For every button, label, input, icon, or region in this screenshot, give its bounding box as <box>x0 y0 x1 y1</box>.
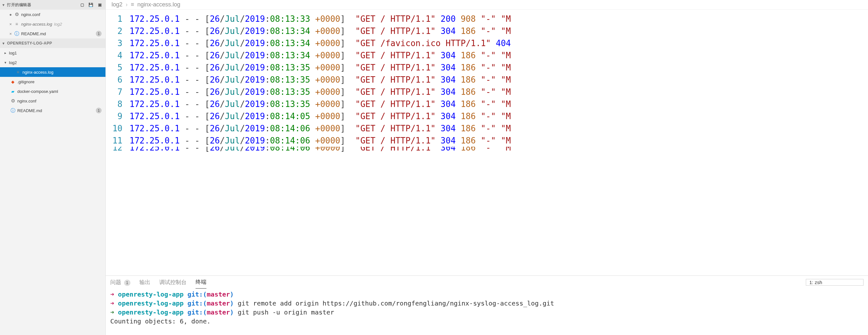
file-item[interactable]: nginx.conf <box>0 96 105 106</box>
log-line[interactable]: 5172.25.0.1 - - [26/Jul/2019:08:13:35 +0… <box>106 62 868 74</box>
problems-count-badge: 1 <box>124 279 130 286</box>
terminal-line: ➜ openresty-log-app git:(master) git rem… <box>110 299 864 308</box>
file-item[interactable]: nginx-access.log <box>0 67 105 77</box>
line-number: 7 <box>106 86 129 98</box>
tab-debug-console[interactable]: 调试控制台 <box>159 276 187 289</box>
line-number: 1 <box>106 13 129 25</box>
line-number: 4 <box>106 49 129 62</box>
log-line[interactable]: 4172.25.0.1 - - [26/Jul/2019:08:13:34 +0… <box>106 49 868 62</box>
chevron-right-icon: › <box>126 1 128 8</box>
line-number: 12 <box>106 147 129 153</box>
open-editor-item[interactable]: ×nginx-access.loglog2 <box>0 19 105 29</box>
log-content: 172.25.0.1 - - [26/Jul/2019:08:13:35 +00… <box>129 86 868 98</box>
save-all-icon[interactable]: 💾 <box>87 2 95 8</box>
chevron-down-icon: ▾ <box>4 61 9 65</box>
git-icon <box>10 79 16 84</box>
log-line[interactable]: 6172.25.0.1 - - [26/Jul/2019:08:13:35 +0… <box>106 74 868 86</box>
terminal-line: ➜ openresty-log-app git:(master) git pus… <box>110 308 864 317</box>
log-content: 172.25.0.1 - - [26/Jul/2019:08:14:06 +00… <box>129 147 868 153</box>
line-number: 8 <box>106 98 129 110</box>
line-number: 10 <box>106 122 129 135</box>
terminal-line: Counting objects: 6, done. <box>110 317 864 326</box>
log-content: 172.25.0.1 - - [26/Jul/2019:08:13:34 +00… <box>129 25 868 37</box>
line-number: 2 <box>106 25 129 37</box>
file-name: nginx-access.loglog2 <box>21 22 103 27</box>
file-item[interactable]: .gitignore <box>0 77 105 87</box>
dirty-indicator[interactable]: ● <box>8 12 13 17</box>
folder-name: log1 <box>9 51 103 56</box>
open-editor-item[interactable]: ●nginx.conf <box>0 10 105 19</box>
lines-icon <box>15 69 21 75</box>
breadcrumb-segment[interactable]: nginx-access.log <box>137 1 181 8</box>
log-line[interactable]: 3172.25.0.1 - - [26/Jul/2019:08:13:34 +0… <box>106 37 868 49</box>
terminal-line: ➜ openresty-log-app git:(master) <box>110 290 864 299</box>
folder-item[interactable]: ▸log1 <box>0 48 105 58</box>
file-name: README.md <box>21 31 96 36</box>
open-editor-item[interactable]: ×README.md1 <box>0 29 105 38</box>
log-line[interactable]: 1172.25.0.1 - - [26/Jul/2019:08:13:33 +0… <box>106 13 868 25</box>
gear-icon <box>13 11 20 17</box>
problem-badge: 1 <box>96 31 102 36</box>
new-untitled-icon[interactable]: ▢ <box>79 2 86 8</box>
whale-icon <box>10 89 16 94</box>
line-number: 9 <box>106 110 129 122</box>
log-content: 172.25.0.1 - - [26/Jul/2019:08:13:34 +00… <box>129 49 868 62</box>
chevron-down-icon: ▾ <box>3 3 7 7</box>
open-editors-actions: ▢ 💾 ▣ <box>79 2 103 8</box>
line-number: 5 <box>106 62 129 74</box>
info-icon <box>10 108 16 114</box>
chevron-down-icon: ▾ <box>3 41 7 45</box>
file-name: nginx.conf <box>21 12 103 17</box>
log-line[interactable]: 10172.25.0.1 - - [26/Jul/2019:08:14:06 +… <box>106 122 868 135</box>
log-line[interactable]: 8172.25.0.1 - - [26/Jul/2019:08:13:35 +0… <box>106 98 868 110</box>
open-editors-list: ●nginx.conf×nginx-access.loglog2×README.… <box>0 10 105 38</box>
bottom-panel: 问题 1 输出 调试控制台 终端 1: zsh ➜ openresty-log-… <box>106 275 868 335</box>
log-content: 172.25.0.1 - - [26/Jul/2019:08:13:35 +00… <box>129 62 868 74</box>
log-content: 172.25.0.1 - - [26/Jul/2019:08:14:06 +00… <box>129 122 868 135</box>
chevron-right-icon: ▸ <box>4 51 9 55</box>
log-content: 172.25.0.1 - - [26/Jul/2019:08:14:06 +00… <box>129 135 868 147</box>
tab-problems[interactable]: 问题 1 <box>110 276 130 289</box>
file-item[interactable]: README.md1 <box>0 106 105 115</box>
line-number: 11 <box>106 135 129 147</box>
explorer-tree: ▸log1▾log2nginx-access.log.gitignoredock… <box>0 48 105 115</box>
explorer-header[interactable]: ▾ OPENRESTY-LOG-APP <box>0 38 105 48</box>
log-line[interactable]: 11172.25.0.1 - - [26/Jul/2019:08:14:06 +… <box>106 135 868 147</box>
tab-label: 问题 <box>110 279 121 286</box>
log-content: 172.25.0.1 - - [26/Jul/2019:08:13:34 +00… <box>129 37 868 49</box>
editor[interactable]: 1172.25.0.1 - - [26/Jul/2019:08:13:33 +0… <box>106 10 868 275</box>
terminal-select[interactable]: 1: zsh <box>806 279 864 286</box>
panel-tabs: 问题 1 输出 调试控制台 终端 1: zsh <box>106 276 868 289</box>
problem-badge: 1 <box>96 108 102 113</box>
close-icon[interactable]: × <box>8 31 13 36</box>
tab-terminal[interactable]: 终端 <box>195 276 207 289</box>
folder-item[interactable]: ▾log2 <box>0 58 105 67</box>
file-icon: ≡ <box>131 1 134 8</box>
file-name: nginx-access.log <box>23 70 103 75</box>
log-content: 172.25.0.1 - - [26/Jul/2019:08:13:33 +00… <box>129 13 868 25</box>
open-editors-header[interactable]: ▾ 打开的编辑器 ▢ 💾 ▣ <box>0 0 105 10</box>
close-icon[interactable]: × <box>8 22 13 27</box>
file-name: README.md <box>17 108 96 113</box>
line-number: 6 <box>106 74 129 86</box>
log-line[interactable]: 9172.25.0.1 - - [26/Jul/2019:08:14:05 +0… <box>106 110 868 122</box>
folder-name: log2 <box>9 60 103 65</box>
line-number: 3 <box>106 37 129 49</box>
main-area: log2 › ≡ nginx-access.log 1172.25.0.1 - … <box>106 0 868 335</box>
terminal-output[interactable]: ➜ openresty-log-app git:(master)➜ openre… <box>106 289 868 335</box>
open-editors-title: 打开的编辑器 <box>7 2 79 8</box>
file-name: docker-compose.yaml <box>17 89 103 94</box>
breadcrumb-segment[interactable]: log2 <box>112 1 122 8</box>
breadcrumb[interactable]: log2 › ≡ nginx-access.log <box>106 0 868 10</box>
log-line[interactable]: 7172.25.0.1 - - [26/Jul/2019:08:13:35 +0… <box>106 86 868 98</box>
log-line[interactable]: 12172.25.0.1 - - [26/Jul/2019:08:14:06 +… <box>106 147 868 153</box>
file-name: nginx.conf <box>17 99 103 103</box>
log-content: 172.25.0.1 - - [26/Jul/2019:08:13:35 +00… <box>129 98 868 110</box>
explorer-title: OPENRESTY-LOG-APP <box>7 41 103 45</box>
file-meta: log2 <box>54 22 62 27</box>
tab-output[interactable]: 输出 <box>140 276 150 289</box>
close-all-icon[interactable]: ▣ <box>97 2 103 8</box>
sidebar: ▾ 打开的编辑器 ▢ 💾 ▣ ●nginx.conf×nginx-access.… <box>0 0 106 335</box>
file-item[interactable]: docker-compose.yaml <box>0 87 105 96</box>
log-line[interactable]: 2172.25.0.1 - - [26/Jul/2019:08:13:34 +0… <box>106 25 868 37</box>
